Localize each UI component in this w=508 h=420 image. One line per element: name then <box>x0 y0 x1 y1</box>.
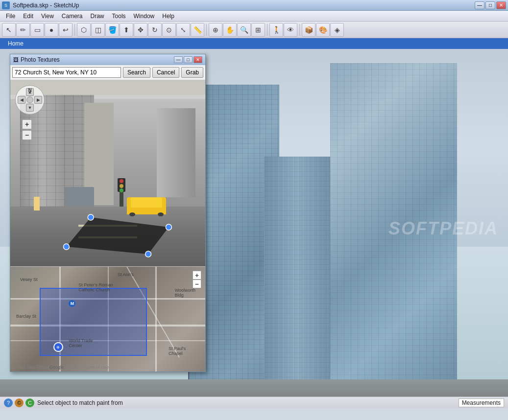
menu-help[interactable]: Help <box>158 12 178 21</box>
menu-edit[interactable]: Edit <box>19 12 37 21</box>
materials-button[interactable]: 🎨 <box>316 23 330 37</box>
address-input[interactable] <box>12 67 121 78</box>
traffic-light-yellow <box>120 184 123 188</box>
scale-tool-button[interactable]: ⤡ <box>176 23 190 37</box>
nav-up-button[interactable]: ▲ <box>26 88 34 96</box>
building-right-short <box>264 157 330 408</box>
building-right-short-windows <box>264 157 330 408</box>
status-icon-help: ? <box>4 398 13 407</box>
taxi-wheel-l <box>129 212 135 216</box>
erase-tool-button[interactable]: ◫ <box>91 23 105 37</box>
dialog-title: Photo Textures <box>21 56 60 63</box>
dialog-controls: — □ ✕ <box>174 56 202 63</box>
maximize-button[interactable]: □ <box>485 1 495 9</box>
status-left: ? © C Select object to match paint from <box>4 398 123 407</box>
nav-left-button[interactable]: ◀ <box>18 96 25 104</box>
components-button[interactable]: 📦 <box>302 23 315 37</box>
photo-textures-dialog: 🖼 Photo Textures — □ ✕ Search Cancel Gra… <box>10 54 206 372</box>
map-label-barclay: Barclay St <box>16 314 36 319</box>
pencil-tool-button[interactable]: ✏ <box>16 23 30 37</box>
navigation-compass[interactable]: ▲ ◀ ▶ ▼ <box>15 85 45 115</box>
map-zoom-in-button[interactable]: + <box>193 271 201 280</box>
status-icons: ? © C <box>4 398 34 407</box>
lookaround-tool-button[interactable]: 👁 <box>284 23 297 37</box>
zoom-tool-button[interactable]: 🔍 <box>237 23 251 37</box>
map-zoom-out-button[interactable]: − <box>193 280 201 288</box>
building-right-tall <box>330 63 457 408</box>
rectangle-tool-button[interactable]: ▭ <box>30 23 44 37</box>
status-message: Select object to match paint from <box>37 399 123 406</box>
taxi-top <box>131 197 162 208</box>
map-zoom-controls: + − <box>193 271 201 288</box>
street-view-panel[interactable]: ▲ ◀ ▶ ▼ + − <box>10 80 205 266</box>
walkthrough-tool-button[interactable]: 🚶 <box>269 23 283 37</box>
map-panel[interactable]: Vesey St Barclay St World TradeCenter St… <box>10 266 205 372</box>
map-label-stpauls: St Paul'sChapel <box>169 346 186 356</box>
title-bar: S Softpedia.skp - SketchUp — □ ✕ <box>0 0 508 11</box>
menu-tools[interactable]: Tools <box>108 12 130 21</box>
close-button[interactable]: ✕ <box>496 1 506 9</box>
orbit-tool-button[interactable]: ⊕ <box>209 23 222 37</box>
paint-tool-button[interactable]: 🪣 <box>105 23 119 37</box>
dialog-close-button[interactable]: ✕ <box>194 56 202 63</box>
traffic-light-red <box>120 179 123 183</box>
arc-tool-button[interactable]: ↩ <box>59 23 73 37</box>
toolbar-separator-3 <box>267 24 267 36</box>
nav-right-button[interactable]: ▶ <box>34 96 42 104</box>
sv-person <box>34 197 40 210</box>
rotate-tool-button[interactable]: ↻ <box>148 23 162 37</box>
taxi-wheel-r <box>158 212 164 216</box>
app-icon: S <box>2 1 10 9</box>
menu-view[interactable]: View <box>37 12 58 21</box>
traffic-light-green <box>120 188 123 192</box>
menu-window[interactable]: Window <box>130 12 159 21</box>
road-marking-2 <box>78 236 137 238</box>
menu-bar: File Edit View Camera Draw Tools Window … <box>0 11 508 22</box>
map-label-stpeters: St Peter's RomanCatholic Church <box>78 282 113 292</box>
tape-tool-button[interactable]: 📏 <box>191 23 204 37</box>
menu-camera[interactable]: Camera <box>58 12 87 21</box>
traffic-light-pole <box>120 192 123 207</box>
dialog-restore-button[interactable]: □ <box>184 56 193 63</box>
move-tool-button[interactable]: ✥ <box>134 23 147 37</box>
dialog-title-bar: 🖼 Photo Textures — □ ✕ <box>10 54 205 65</box>
zoom-in-button[interactable]: + <box>22 119 32 129</box>
nav-arrows: ▲ ◀ ▶ ▼ <box>18 88 42 112</box>
pushpull-tool-button[interactable]: ⬆ <box>120 23 133 37</box>
menu-draw[interactable]: Draw <box>87 12 108 21</box>
dialog-minimize-button[interactable]: — <box>174 56 183 63</box>
search-button[interactable]: Search <box>123 67 150 78</box>
toolbar-separator-2 <box>206 24 207 36</box>
followme-tool-button[interactable]: ⊙ <box>162 23 176 37</box>
window-title: Softpedia.skp - SketchUp <box>13 2 79 9</box>
zoom-controls: + − <box>22 119 32 140</box>
status-bar: ? © C Select object to match paint from … <box>0 397 508 408</box>
dialog-icon: 🖼 <box>13 57 19 63</box>
nav-center <box>26 96 33 103</box>
polygon-tool-button[interactable]: ⬡ <box>77 23 91 37</box>
circle-tool-button[interactable]: ● <box>45 23 58 37</box>
pan-tool-button[interactable]: ✋ <box>223 23 237 37</box>
status-icon-copyright: © <box>15 398 24 407</box>
minimize-button[interactable]: — <box>475 1 484 9</box>
home-tab-button[interactable]: Home <box>4 39 27 48</box>
cancel-button[interactable]: Cancel <box>152 67 179 78</box>
select-tool-button[interactable]: ↖ <box>2 23 16 37</box>
grab-button[interactable]: Grab <box>181 67 203 78</box>
road-marking <box>78 225 137 227</box>
sv-truck <box>65 187 94 207</box>
window-controls: — □ ✕ <box>475 1 506 9</box>
zoomfit-tool-button[interactable]: ⊞ <box>251 23 265 37</box>
main-viewport: SOFTPEDIA 🖼 Photo Textures — □ ✕ Search … <box>0 49 508 408</box>
traffic-light-box <box>118 178 125 192</box>
map-label-vesey: Vesey St <box>20 277 38 282</box>
styles-button[interactable]: ◈ <box>330 23 344 37</box>
menu-file[interactable]: File <box>2 12 19 21</box>
map-wtc-marker: ⊕ <box>53 342 63 352</box>
toolbar-separator-4 <box>299 24 300 36</box>
home-tab-bar: Home <box>0 38 508 49</box>
map-label-wtc: World TradeCenter <box>69 338 93 348</box>
zoom-out-button[interactable]: − <box>22 130 32 140</box>
map-label-stann: St Ann's <box>118 272 134 277</box>
nav-down-button[interactable]: ▼ <box>26 104 34 112</box>
